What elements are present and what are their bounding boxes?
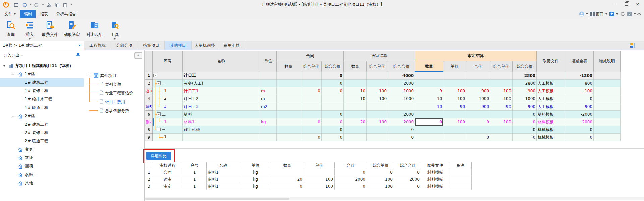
cell-r9-note[interactable] [594,134,621,141]
detail-cell[interactable]: 100 [367,176,394,183]
cell-r4-c_cprice[interactable] [301,95,322,103]
help-icon[interactable]: ? [627,11,632,17]
cell-r4-s_ctotal[interactable]: 1000 [388,95,415,103]
detail-cell[interactable]: 材料1 [207,183,240,190]
cell-r9-c_ctotal[interactable]: 0 [322,134,344,141]
cell-r6-seq[interactable]: -二 [153,111,183,118]
cell-r3-a_price[interactable]: 100 [443,87,466,95]
view-settings-icon[interactable] [630,43,635,48]
cell-r3-a_total[interactable]: 900 [466,87,490,95]
cell-r6-unit[interactable] [260,111,277,118]
cell-r9-s_cprice[interactable] [367,134,388,141]
detail-cell[interactable]: 100 [304,176,335,183]
detail-cell[interactable]: 送审 [153,176,182,183]
subcol-header-送审结算-综合合价[interactable]: 综合合价 [388,61,415,72]
expand-icon[interactable]: - [157,128,161,131]
detail-cell[interactable]: 0 [335,183,367,190]
cell-r3-unit[interactable]: m [260,87,277,95]
upload-dropdown-icon[interactable] [616,13,618,15]
cell-r9-a_qty[interactable] [415,134,443,141]
cell-r5-diff[interactable]: 900 [565,103,594,111]
cell-r4-a_cprice[interactable]: 100 [490,95,513,103]
subcol-header-合同-综合合价[interactable]: 综合合价 [322,61,344,72]
detail-splitter[interactable] [145,148,644,149]
tab-费用汇总[interactable]: 费用汇总 [218,41,245,50]
cell-r5-note[interactable] [594,103,621,111]
cell-r5-fee[interactable]: 人工模板 [537,103,565,111]
cell-r6-c_qty[interactable] [277,111,301,118]
cell-r4-num[interactable]: 4 [145,95,153,103]
detail-compare-button[interactable]: 详细对比 [146,152,171,160]
cell-r7-a_ctotal[interactable]: 0 [513,118,537,126]
cell-r3-c_cprice[interactable]: 0 [301,87,322,95]
detail-col-数量[interactable]: 数量 [271,162,304,169]
cell-r8-seq[interactable]: -三 [153,126,183,134]
cell-r2-num[interactable]: 2 [145,80,153,87]
cell-r8-c_qty[interactable] [277,126,301,134]
col-header-名称[interactable]: 名称 [183,51,260,72]
breadcrumb[interactable]: 1#楼 > 1# 建筑工程 [3,43,78,48]
cell-r5-seq[interactable]: 3 [153,103,183,111]
expand-icon[interactable]: - [157,81,161,85]
menu-item-文件[interactable]: 文件 [1,10,19,18]
tab-其他项目[interactable]: 其他项目 [165,41,192,50]
tab-分部分项[interactable]: 分部分项 [111,41,138,50]
detail-cell[interactable]: 1 [182,176,207,183]
cell-r4-fee[interactable]: 人工模板 [537,95,565,103]
cell-r8-a_total[interactable] [466,126,490,134]
collapse-ribbon-icon[interactable] [637,13,641,17]
cell-r2-a_total[interactable] [466,80,490,87]
group-header-送审结算[interactable]: 送审结算 [344,51,415,61]
cell-r6-c_cprice[interactable] [301,111,322,118]
cell-r9-c_cprice[interactable]: 0 [301,134,322,141]
other-item-专业工程暂估价[interactable]: 专业工程暂估价 [84,88,144,97]
toolbar-button-工具[interactable]: 工具 [105,19,124,40]
cell-r4-a_price[interactable]: 100 [443,95,466,103]
cell-r7-a_cprice[interactable]: 100 [490,118,513,126]
tree-item-1# 装修工程[interactable]: 1# 装修工程 [0,87,84,95]
cell-r1-a_ctotal[interactable]: 2800 [513,72,537,80]
cell-r9-a_cprice[interactable] [490,134,513,141]
user-avatar[interactable] [579,11,584,17]
detail-cell[interactable]: 合同 [153,169,182,176]
subcol-header-合同-综合单价[interactable]: 综合单价 [301,61,322,72]
detail-cell[interactable]: 1 [182,169,207,176]
cell-r6-s_qty[interactable] [344,111,367,118]
cell-r7-name[interactable]: 材料1 [183,118,260,126]
cell-r2-fee[interactable]: 人工模板 [537,80,565,87]
cell-r6-s_cprice[interactable] [367,111,388,118]
cell-r8-a_qty[interactable] [415,126,443,134]
cell-r6-a_qty[interactable] [415,111,443,118]
cell-r7-fee[interactable]: 材料模板 [537,118,565,126]
other-item-暂列金额[interactable]: 暂列金额 [84,80,144,88]
cell-r6-a_cprice[interactable] [490,111,513,118]
detail-cell[interactable]: 材料模板 [421,183,449,190]
detail-col-综合单价[interactable]: 综合单价 [367,162,394,169]
tree-item-1# 暖通工程[interactable]: 1# 暖通工程 [0,104,84,112]
cell-r6-fee[interactable]: 材料模板 [537,111,565,118]
cell-r3-num[interactable]: 改3 [145,87,153,95]
subcol-header-审定结算-合价[interactable]: 合价 [466,61,490,72]
tree-item-某项目工程其他项目11（审核）[interactable]: 某项目工程其他项目11（审核） [0,62,84,70]
detail-row-number[interactable]: 3 [145,183,153,190]
cell-r4-a_ctotal[interactable]: 1000 [513,95,537,103]
cell-r4-c_qty[interactable] [277,95,301,103]
cell-r3-fee[interactable]: 人工模板 [537,87,565,95]
tree-expand-icon[interactable] [3,65,5,67]
avatar-dropdown-icon[interactable] [586,13,588,15]
cell-r7-note[interactable] [594,118,621,126]
cell-r3-a_cprice[interactable]: 100 [490,87,513,95]
cell-r9-fee[interactable]: 机械模板 [537,134,565,141]
subcol-header-合同-数量[interactable]: 数量 [277,61,301,72]
cell-r9-seq[interactable]: 1 [153,134,183,141]
cell-r2-a_qty[interactable] [415,80,443,87]
menu-item-编制[interactable]: 编制 [20,10,36,18]
cell-r8-fee[interactable]: 机械模板 [537,126,565,134]
cell-r8-a_price[interactable] [443,126,466,134]
detail-cell[interactable]: 0 [367,169,394,176]
detail-col-单位[interactable]: 单位 [240,162,271,169]
detail-cell[interactable]: 0 [394,169,421,176]
cell-r5-c_ctotal[interactable] [322,103,344,111]
cell-r9-a_total[interactable]: 0 [466,134,490,141]
cell-r3-a_qty[interactable]: 9 [415,87,443,95]
